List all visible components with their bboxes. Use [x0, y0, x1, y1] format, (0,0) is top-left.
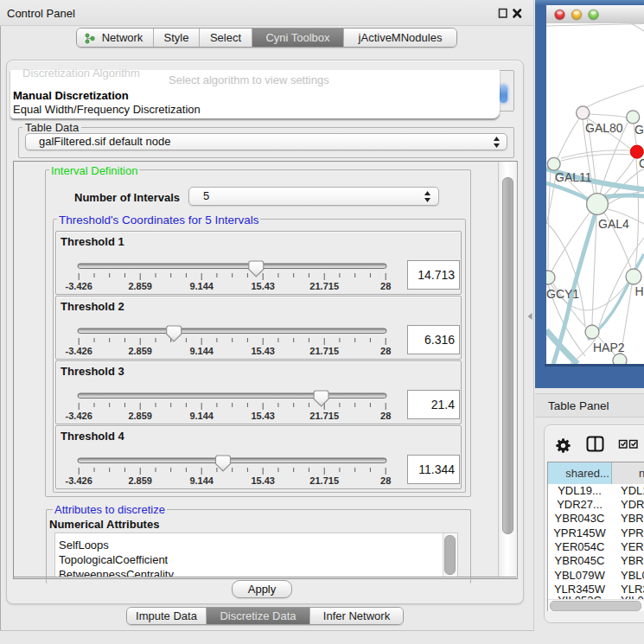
svg-text:21.715: 21.715 — [309, 346, 339, 356]
svg-text:HAP2: HAP2 — [593, 341, 625, 354]
svg-text:-3.426: -3.426 — [66, 411, 92, 421]
svg-text:GAL80: GAL80 — [585, 121, 623, 135]
svg-text:9.144: 9.144 — [189, 346, 214, 356]
svg-text:21.715: 21.715 — [309, 411, 339, 421]
svg-text:21.715: 21.715 — [309, 281, 339, 291]
svg-text:GAL4: GAL4 — [598, 217, 629, 231]
svg-text:28: 28 — [380, 281, 391, 291]
svg-text:H: H — [635, 284, 644, 298]
svg-text:15.43: 15.43 — [251, 281, 275, 291]
svg-text:GCY1: GCY1 — [546, 287, 579, 301]
svg-text:9.144: 9.144 — [189, 411, 214, 421]
svg-text:G.: G. — [634, 123, 644, 137]
svg-text:-3.426: -3.426 — [66, 475, 92, 486]
svg-text:-3.426: -3.426 — [66, 346, 92, 356]
svg-text:9.144: 9.144 — [189, 281, 214, 291]
svg-text:28: 28 — [380, 475, 391, 486]
svg-text:28: 28 — [380, 346, 391, 356]
svg-text:9.144: 9.144 — [189, 475, 214, 486]
svg-text:15.43: 15.43 — [251, 346, 275, 356]
svg-text:15.43: 15.43 — [251, 411, 275, 421]
svg-text:28: 28 — [380, 411, 391, 421]
svg-text:2.859: 2.859 — [128, 411, 152, 421]
svg-text:2.859: 2.859 — [128, 281, 152, 291]
svg-text:21.715: 21.715 — [309, 475, 339, 486]
svg-text:2.859: 2.859 — [128, 346, 152, 356]
svg-text:-3.426: -3.426 — [66, 281, 92, 291]
svg-text:C: C — [639, 156, 644, 170]
svg-text:GAL11: GAL11 — [555, 170, 592, 184]
svg-text:2.859: 2.859 — [128, 475, 152, 486]
svg-text:15.43: 15.43 — [251, 475, 275, 486]
